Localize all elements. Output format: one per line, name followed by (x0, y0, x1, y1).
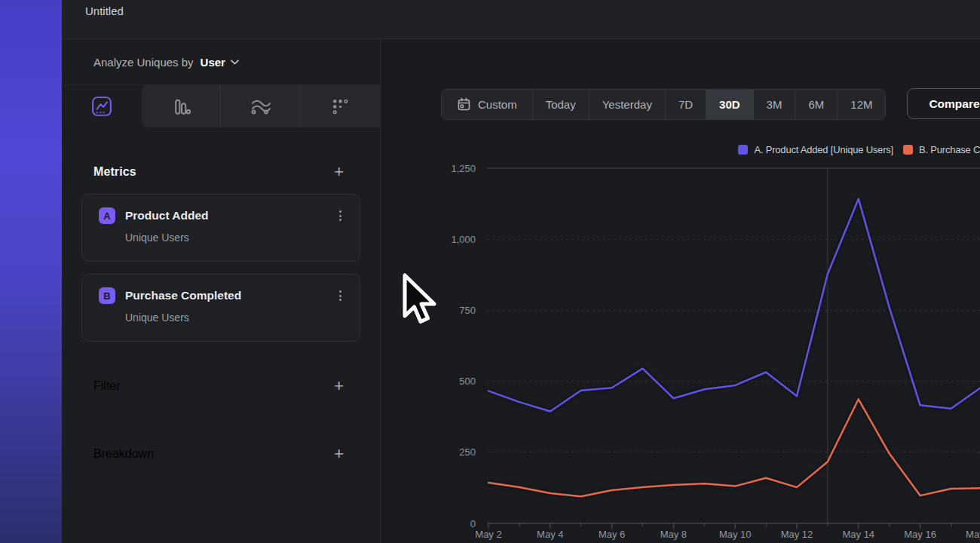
metric-card-a-row: A Product Added (99, 207, 343, 224)
y-axis-label: 250 (459, 446, 476, 458)
analyze-uniques-label: Analyze Uniques by (93, 56, 194, 69)
metric-card-a[interactable]: A Product Added Unique Users (81, 194, 360, 262)
series-line-b (488, 399, 980, 496)
analyze-by-dropdown[interactable]: User (201, 56, 225, 69)
tab-flows[interactable] (220, 85, 300, 127)
x-axis-label: May 2 (475, 529, 501, 540)
legend-swatch-purple (738, 145, 748, 155)
metric-measurement[interactable]: Unique Users (125, 311, 343, 324)
tab-retention[interactable] (300, 85, 380, 127)
chart-panel: Custom Today Yesterday 7D 30D 3M 6M 12M … (381, 39, 980, 543)
y-axis-label: 1,250 (451, 163, 476, 174)
metric-badge-a: A (99, 207, 115, 224)
range-30d-button-active[interactable]: 30D (706, 90, 753, 119)
metric-measurement[interactable]: Unique Users (125, 232, 343, 244)
workspace-gradient-strip (0, 0, 62, 543)
x-axis-label: May 12 (781, 529, 813, 540)
topbar: Untitled (62, 0, 980, 39)
breakdown-heading: Breakdown (93, 447, 154, 461)
x-axis-label: May 6 (599, 529, 625, 540)
metrics-header-row: Metrics + (62, 163, 380, 181)
date-range-group: Custom Today Yesterday 7D 30D 3M 6M 12M (441, 89, 886, 120)
line-chart-icon (91, 96, 112, 117)
metrics-heading: Metrics (93, 165, 136, 179)
dots-grid-icon (331, 97, 350, 116)
report-title[interactable]: Untitled (85, 5, 124, 17)
range-12m-button[interactable]: 12M (837, 90, 885, 119)
x-axis-label: May 18 (966, 529, 980, 540)
y-axis-label: 0 (470, 518, 476, 529)
metric-card-b[interactable]: B Purchase Completed Unique Users (81, 274, 360, 342)
series-line-a (488, 199, 980, 412)
legend-label: A. Product Added [Unique Users] (754, 144, 893, 155)
y-axis-label: 750 (459, 305, 476, 316)
x-axis-label: May 16 (904, 529, 936, 540)
range-yesterday-button[interactable]: Yesterday (589, 90, 665, 119)
tab-line-chart-selected[interactable] (62, 85, 142, 127)
range-6m-button[interactable]: 6M (795, 90, 837, 119)
x-axis-label: May 10 (719, 529, 752, 540)
range-label: Custom (478, 98, 517, 111)
range-today-button[interactable]: Today (532, 90, 589, 119)
metric-name[interactable]: Product Added (125, 209, 209, 222)
line-chart[interactable]: 02505007501,0001,250May 2May 4May 6May 8… (423, 158, 980, 543)
x-axis-label: May 8 (660, 529, 687, 540)
range-7d-button[interactable]: 7D (665, 90, 706, 119)
app-window: { "window": { "title": "Untitled" }, "si… (0, 0, 980, 543)
kebab-menu-icon[interactable] (338, 207, 343, 224)
y-axis-label: 1,000 (451, 234, 476, 245)
chevron-down-icon[interactable] (231, 60, 239, 65)
compare-button[interactable]: Compare (907, 88, 980, 119)
legend-item-a[interactable]: A. Product Added [Unique Users] (738, 144, 893, 155)
bar-chart-icon (171, 97, 191, 117)
x-axis-label: May 14 (842, 529, 874, 540)
x-axis-label: May 4 (537, 529, 563, 540)
legend-label: B. Purchase Completed [Unique Users] (919, 144, 980, 155)
query-sidebar: Analyze Uniques by User (62, 39, 381, 543)
visualization-tabs (62, 85, 380, 128)
filter-section-row: Filter + (62, 377, 380, 395)
kebab-menu-icon[interactable] (338, 287, 343, 304)
metric-card-b-row: B Purchase Completed (99, 287, 343, 304)
breakdown-section-row: Breakdown + (62, 445, 380, 463)
filter-heading: Filter (93, 379, 121, 393)
tab-bar-chart[interactable] (142, 85, 220, 127)
analyze-uniques-row: Analyze Uniques by User (62, 39, 380, 85)
add-metric-button[interactable]: + (334, 164, 344, 179)
y-axis-label: 500 (459, 376, 476, 387)
range-custom-button[interactable]: Custom (442, 90, 532, 119)
legend-swatch-orange (903, 145, 913, 155)
flows-icon (250, 97, 272, 116)
calendar-icon (457, 97, 471, 112)
legend-item-b[interactable]: B. Purchase Completed [Unique Users] (903, 144, 980, 155)
range-3m-button[interactable]: 3M (753, 90, 795, 119)
add-filter-button[interactable]: + (334, 379, 344, 394)
metric-badge-b: B (99, 287, 115, 304)
add-breakdown-button[interactable]: + (334, 446, 344, 462)
metric-name[interactable]: Purchase Completed (125, 289, 241, 302)
